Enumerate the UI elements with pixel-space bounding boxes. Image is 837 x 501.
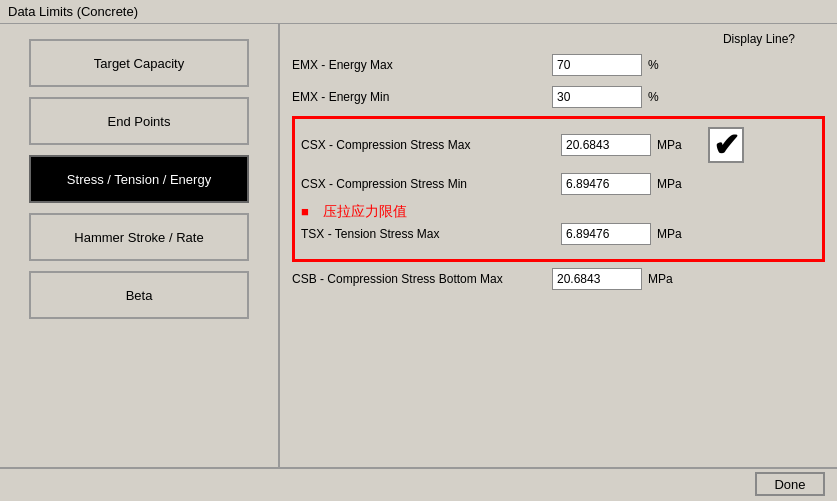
left-panel: Target CapacityEnd PointsStress / Tensio…	[0, 24, 280, 467]
row-unit-csx-compression-stress-min: MPa	[657, 177, 702, 191]
highlight-section: CSX - Compression Stress MaxMPa✔CSX - Co…	[292, 116, 825, 262]
row-csb-compression-stress-bottom: CSB - Compression Stress Bottom MaxMPa	[292, 266, 825, 292]
row-unit-tsx-tension-stress-max: MPa	[657, 227, 702, 241]
row-input-csx-compression-stress-min[interactable]	[561, 173, 651, 195]
row-label-csb-compression-stress-bottom: CSB - Compression Stress Bottom Max	[292, 272, 552, 286]
row-label-csx-compression-stress-min: CSX - Compression Stress Min	[301, 177, 561, 191]
display-line-label: Display Line?	[723, 32, 795, 46]
row-input-emx-energy-max[interactable]	[552, 54, 642, 76]
title-bar: Data Limits (Concrete)	[0, 0, 837, 24]
row-label-csx-compression-stress-max: CSX - Compression Stress Max	[301, 138, 561, 152]
row-label-emx-energy-max: EMX - Energy Max	[292, 58, 552, 72]
row-input-emx-energy-min[interactable]	[552, 86, 642, 108]
left-btn-stress-tension-energy[interactable]: Stress / Tension / Energy	[29, 155, 249, 203]
row-input-tsx-tension-stress-max[interactable]	[561, 223, 651, 245]
left-btn-target-capacity[interactable]: Target Capacity	[29, 39, 249, 87]
row-label-tsx-tension-stress-max: TSX - Tension Stress Max	[301, 227, 561, 241]
row-unit-csb-compression-stress-bottom: MPa	[648, 272, 693, 286]
row-emx-energy-max: EMX - Energy Max%	[292, 52, 825, 78]
left-btn-hammer-stroke-rate[interactable]: Hammer Stroke / Rate	[29, 213, 249, 261]
done-button[interactable]: Done	[755, 472, 825, 496]
row-tsx-tension-stress-max: TSX - Tension Stress MaxMPa	[301, 221, 816, 247]
row-unit-emx-energy-min: %	[648, 90, 693, 104]
row-emx-energy-min: EMX - Energy Min%	[292, 84, 825, 110]
bullet-icon: ■	[301, 204, 309, 219]
chinese-label-text: 压拉应力限值	[323, 203, 407, 219]
checkmark-icon: ✔	[713, 129, 740, 161]
row-unit-emx-energy-max: %	[648, 58, 693, 72]
display-line-header: Display Line?	[292, 32, 825, 46]
row-csx-compression-stress-max: CSX - Compression Stress MaxMPa✔	[301, 125, 816, 165]
chinese-label-row: ■压拉应力限值	[301, 203, 816, 221]
row-checkbox-csx-compression-stress-max[interactable]: ✔	[708, 127, 744, 163]
right-panel: Display Line? EMX - Energy Max%EMX - Ene…	[280, 24, 837, 467]
rows-container: EMX - Energy Max%EMX - Energy Min%CSX - …	[292, 52, 825, 292]
row-unit-csx-compression-stress-max: MPa	[657, 138, 702, 152]
row-label-emx-energy-min: EMX - Energy Min	[292, 90, 552, 104]
left-btn-end-points[interactable]: End Points	[29, 97, 249, 145]
row-input-csb-compression-stress-bottom[interactable]	[552, 268, 642, 290]
row-csx-compression-stress-min: CSX - Compression Stress MinMPa	[301, 171, 816, 197]
bottom-bar: Done	[0, 467, 837, 499]
left-btn-beta[interactable]: Beta	[29, 271, 249, 319]
row-input-csx-compression-stress-max[interactable]	[561, 134, 651, 156]
window-title: Data Limits (Concrete)	[8, 4, 138, 19]
